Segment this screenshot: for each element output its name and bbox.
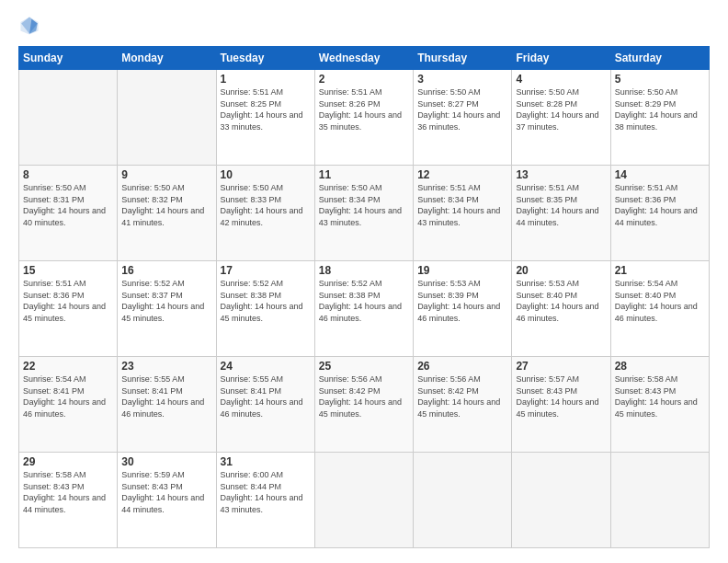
- header: [18, 15, 710, 37]
- day-detail: Sunrise: 5:50 AM Sunset: 8:29 PM Dayligh…: [615, 86, 705, 132]
- calendar-cell: [414, 453, 512, 548]
- day-number: 16: [121, 264, 211, 277]
- calendar-cell: 28 Sunrise: 5:58 AM Sunset: 8:43 PM Dayl…: [610, 357, 709, 453]
- day-detail: Sunrise: 5:55 AM Sunset: 8:41 PM Dayligh…: [121, 373, 211, 419]
- day-detail: Sunrise: 5:51 AM Sunset: 8:36 PM Dayligh…: [615, 182, 705, 228]
- calendar-cell: 10 Sunrise: 5:50 AM Sunset: 8:33 PM Dayl…: [216, 166, 314, 261]
- day-number: 31: [221, 455, 311, 468]
- calendar-cell: 9 Sunrise: 5:50 AM Sunset: 8:32 PM Dayli…: [118, 166, 216, 261]
- day-number: 26: [417, 360, 507, 373]
- calendar-cell: 29 Sunrise: 5:58 AM Sunset: 8:43 PM Dayl…: [19, 453, 118, 548]
- calendar-week-2: 15 Sunrise: 5:51 AM Sunset: 8:36 PM Dayl…: [19, 261, 710, 357]
- col-saturday: Saturday: [610, 47, 709, 70]
- col-thursday: Thursday: [414, 47, 512, 70]
- day-detail: Sunrise: 5:56 AM Sunset: 8:42 PM Dayligh…: [319, 373, 409, 419]
- calendar-cell: 4 Sunrise: 5:50 AM Sunset: 8:28 PM Dayli…: [512, 70, 610, 166]
- calendar-body: 1 Sunrise: 5:51 AM Sunset: 8:25 PM Dayli…: [19, 70, 710, 548]
- calendar-week-3: 22 Sunrise: 5:54 AM Sunset: 8:41 PM Dayl…: [19, 357, 710, 453]
- day-number: 1: [221, 73, 311, 86]
- calendar-cell: 11 Sunrise: 5:50 AM Sunset: 8:34 PM Dayl…: [314, 166, 413, 261]
- day-detail: Sunrise: 5:50 AM Sunset: 8:28 PM Dayligh…: [516, 86, 606, 132]
- calendar-cell: 5 Sunrise: 5:50 AM Sunset: 8:29 PM Dayli…: [610, 70, 709, 166]
- col-friday: Friday: [512, 47, 610, 70]
- calendar-cell: 18 Sunrise: 5:52 AM Sunset: 8:38 PM Dayl…: [314, 261, 413, 357]
- calendar-week-1: 8 Sunrise: 5:50 AM Sunset: 8:31 PM Dayli…: [19, 166, 710, 261]
- day-detail: Sunrise: 5:59 AM Sunset: 8:43 PM Dayligh…: [121, 469, 211, 515]
- day-number: 29: [23, 455, 113, 468]
- day-detail: Sunrise: 5:54 AM Sunset: 8:40 PM Dayligh…: [615, 278, 705, 324]
- day-number: 10: [221, 168, 311, 181]
- calendar-cell: 16 Sunrise: 5:52 AM Sunset: 8:37 PM Dayl…: [118, 261, 216, 357]
- day-number: 30: [121, 455, 211, 468]
- col-tuesday: Tuesday: [216, 47, 314, 70]
- day-detail: Sunrise: 5:57 AM Sunset: 8:43 PM Dayligh…: [516, 373, 606, 419]
- day-number: 13: [516, 168, 606, 181]
- col-monday: Monday: [118, 47, 216, 70]
- day-detail: Sunrise: 5:52 AM Sunset: 8:37 PM Dayligh…: [121, 278, 211, 324]
- calendar-cell: 23 Sunrise: 5:55 AM Sunset: 8:41 PM Dayl…: [118, 357, 216, 453]
- calendar-cell: 1 Sunrise: 5:51 AM Sunset: 8:25 PM Dayli…: [216, 70, 314, 166]
- day-detail: Sunrise: 5:50 AM Sunset: 8:33 PM Dayligh…: [221, 182, 311, 228]
- logo-icon: [18, 15, 40, 37]
- header-row: Sunday Monday Tuesday Wednesday Thursday…: [19, 47, 710, 70]
- calendar-cell: [118, 70, 216, 166]
- day-detail: Sunrise: 6:00 AM Sunset: 8:44 PM Dayligh…: [221, 469, 311, 515]
- calendar-cell: 21 Sunrise: 5:54 AM Sunset: 8:40 PM Dayl…: [610, 261, 709, 357]
- calendar-cell: 20 Sunrise: 5:53 AM Sunset: 8:40 PM Dayl…: [512, 261, 610, 357]
- day-number: 24: [221, 360, 311, 373]
- day-detail: Sunrise: 5:54 AM Sunset: 8:41 PM Dayligh…: [23, 373, 113, 419]
- day-number: 19: [417, 264, 507, 277]
- calendar-cell: [19, 70, 118, 166]
- day-detail: Sunrise: 5:52 AM Sunset: 8:38 PM Dayligh…: [319, 278, 409, 324]
- day-number: 18: [319, 264, 409, 277]
- calendar-cell: 24 Sunrise: 5:55 AM Sunset: 8:41 PM Dayl…: [216, 357, 314, 453]
- calendar-cell: 12 Sunrise: 5:51 AM Sunset: 8:34 PM Dayl…: [414, 166, 512, 261]
- day-number: 17: [221, 264, 311, 277]
- calendar-cell: 31 Sunrise: 6:00 AM Sunset: 8:44 PM Dayl…: [216, 453, 314, 548]
- calendar-cell: 25 Sunrise: 5:56 AM Sunset: 8:42 PM Dayl…: [314, 357, 413, 453]
- day-detail: Sunrise: 5:50 AM Sunset: 8:31 PM Dayligh…: [23, 182, 113, 228]
- day-detail: Sunrise: 5:55 AM Sunset: 8:41 PM Dayligh…: [221, 373, 311, 419]
- day-detail: Sunrise: 5:58 AM Sunset: 8:43 PM Dayligh…: [23, 469, 113, 515]
- day-number: 15: [23, 264, 113, 277]
- day-detail: Sunrise: 5:51 AM Sunset: 8:25 PM Dayligh…: [221, 86, 311, 132]
- day-detail: Sunrise: 5:50 AM Sunset: 8:27 PM Dayligh…: [417, 86, 507, 132]
- calendar-cell: 30 Sunrise: 5:59 AM Sunset: 8:43 PM Dayl…: [118, 453, 216, 548]
- day-detail: Sunrise: 5:53 AM Sunset: 8:39 PM Dayligh…: [417, 278, 507, 324]
- calendar-cell: 19 Sunrise: 5:53 AM Sunset: 8:39 PM Dayl…: [414, 261, 512, 357]
- day-number: 9: [121, 168, 211, 181]
- calendar-cell: 27 Sunrise: 5:57 AM Sunset: 8:43 PM Dayl…: [512, 357, 610, 453]
- calendar-cell: 13 Sunrise: 5:51 AM Sunset: 8:35 PM Dayl…: [512, 166, 610, 261]
- day-number: 5: [615, 73, 705, 86]
- calendar-week-0: 1 Sunrise: 5:51 AM Sunset: 8:25 PM Dayli…: [19, 70, 710, 166]
- day-number: 8: [23, 168, 113, 181]
- calendar-cell: 3 Sunrise: 5:50 AM Sunset: 8:27 PM Dayli…: [414, 70, 512, 166]
- day-detail: Sunrise: 5:51 AM Sunset: 8:26 PM Dayligh…: [319, 86, 409, 132]
- day-detail: Sunrise: 5:50 AM Sunset: 8:32 PM Dayligh…: [121, 182, 211, 228]
- day-detail: Sunrise: 5:51 AM Sunset: 8:36 PM Dayligh…: [23, 278, 113, 324]
- day-number: 21: [615, 264, 705, 277]
- calendar-header: Sunday Monday Tuesday Wednesday Thursday…: [19, 47, 710, 70]
- calendar-cell: 14 Sunrise: 5:51 AM Sunset: 8:36 PM Dayl…: [610, 166, 709, 261]
- col-sunday: Sunday: [19, 47, 118, 70]
- calendar-cell: [314, 453, 413, 548]
- day-detail: Sunrise: 5:51 AM Sunset: 8:35 PM Dayligh…: [516, 182, 606, 228]
- day-number: 4: [516, 73, 606, 86]
- calendar-week-4: 29 Sunrise: 5:58 AM Sunset: 8:43 PM Dayl…: [19, 453, 710, 548]
- day-number: 2: [319, 73, 409, 86]
- day-number: 27: [516, 360, 606, 373]
- day-number: 14: [615, 168, 705, 181]
- day-detail: Sunrise: 5:58 AM Sunset: 8:43 PM Dayligh…: [615, 373, 705, 419]
- calendar-table: Sunday Monday Tuesday Wednesday Thursday…: [18, 46, 710, 548]
- calendar-cell: [610, 453, 709, 548]
- day-detail: Sunrise: 5:50 AM Sunset: 8:34 PM Dayligh…: [319, 182, 409, 228]
- calendar-cell: 22 Sunrise: 5:54 AM Sunset: 8:41 PM Dayl…: [19, 357, 118, 453]
- calendar-cell: 26 Sunrise: 5:56 AM Sunset: 8:42 PM Dayl…: [414, 357, 512, 453]
- day-number: 28: [615, 360, 705, 373]
- logo: [18, 15, 44, 37]
- day-detail: Sunrise: 5:51 AM Sunset: 8:34 PM Dayligh…: [417, 182, 507, 228]
- calendar-cell: [512, 453, 610, 548]
- calendar-cell: 15 Sunrise: 5:51 AM Sunset: 8:36 PM Dayl…: [19, 261, 118, 357]
- day-number: 22: [23, 360, 113, 373]
- day-detail: Sunrise: 5:56 AM Sunset: 8:42 PM Dayligh…: [417, 373, 507, 419]
